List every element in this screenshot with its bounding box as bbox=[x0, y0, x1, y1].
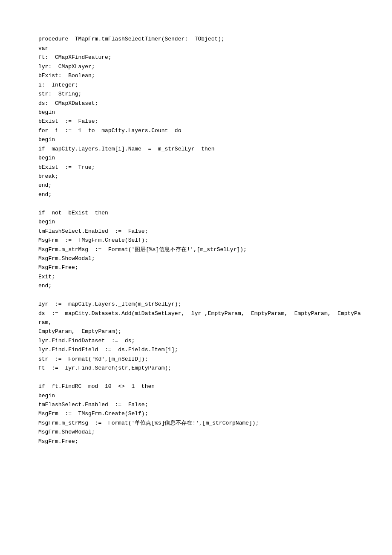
code-line: end; bbox=[38, 190, 375, 199]
code-line: bExist := False; bbox=[38, 117, 375, 126]
code-line: lyr.Find.FindField := ds.Fields.Item[1]; bbox=[38, 345, 375, 354]
code-line: ds: CMapXDataset; bbox=[38, 99, 375, 108]
code-line: MsgFrm.m_strMsg := Format('图层[%s]信息不存在!'… bbox=[38, 245, 375, 254]
code-line: MsgFrm.ShowModal; bbox=[38, 254, 375, 263]
code-line: if ft.FindRC mod 10 <> 1 then bbox=[38, 382, 375, 391]
code-line: str: String; bbox=[38, 90, 375, 98]
code-line: MsgFrm.Free; bbox=[38, 437, 375, 446]
code-line: ft: CMapXFindFeature; bbox=[38, 53, 375, 62]
code-line: break; bbox=[38, 172, 375, 181]
code-line: procedure TMapFrm.tmFlashSelectTimer(Sen… bbox=[38, 35, 375, 43]
code-line: ds := mapCity.Datasets.Add(miDataSetLaye… bbox=[38, 309, 375, 318]
code-line: begin bbox=[38, 391, 375, 400]
code-line: for i := 1 to mapCity.Layers.Count do bbox=[38, 126, 375, 135]
code-line: ft := lyr.Find.Search(str,EmptyParam); bbox=[38, 364, 375, 373]
code-line: bExist := True; bbox=[38, 163, 375, 172]
code-line: lyr := mapCity.Layers._Item(m_strSelLyr)… bbox=[38, 300, 375, 309]
code-content: procedure TMapFrm.tmFlashSelectTimer(Sen… bbox=[38, 26, 375, 446]
code-line: begin bbox=[38, 108, 375, 117]
code-line: str := Format('%d',[m_nSelID]); bbox=[38, 355, 375, 364]
code-line: Exit; bbox=[38, 272, 375, 281]
code-line: begin bbox=[38, 135, 375, 144]
code-line: MsgFrm := TMsgFrm.Create(Self); bbox=[38, 236, 375, 245]
code-line: EmptyParam, EmptyParam); bbox=[38, 327, 375, 336]
code-line: bExist: Boolean; bbox=[38, 71, 375, 80]
code-line bbox=[38, 291, 375, 300]
code-line bbox=[38, 199, 375, 208]
code-line: begin bbox=[38, 153, 375, 162]
code-line: var bbox=[38, 44, 375, 53]
code-line: MsgFrm.Free; bbox=[38, 263, 375, 272]
code-line: if mapCity.Layers.Item[i].Name = m_strSe… bbox=[38, 145, 375, 153]
code-line: MsgFrm.ShowModal; bbox=[38, 428, 375, 436]
code-line: lyr.Find.FindDataset := ds; bbox=[38, 336, 375, 345]
code-line: begin bbox=[38, 217, 375, 226]
code-line: MsgFrm := TMsgFrm.Create(Self); bbox=[38, 409, 375, 418]
code-line: tmFlashSelect.Enabled := False; bbox=[38, 227, 375, 236]
code-line: ram, bbox=[38, 318, 375, 327]
code-line: if not bExist then bbox=[38, 208, 375, 217]
code-line: end; bbox=[38, 181, 375, 190]
code-line: i: Integer; bbox=[38, 81, 375, 90]
code-line: tmFlashSelect.Enabled := False; bbox=[38, 400, 375, 409]
code-line: lyr: CMapXLayer; bbox=[38, 62, 375, 71]
code-line bbox=[38, 373, 375, 382]
code-line: end; bbox=[38, 281, 375, 290]
code-line: MsgFrm.m_strMsg := Format('单位点[%s]信息不存在!… bbox=[38, 419, 375, 428]
